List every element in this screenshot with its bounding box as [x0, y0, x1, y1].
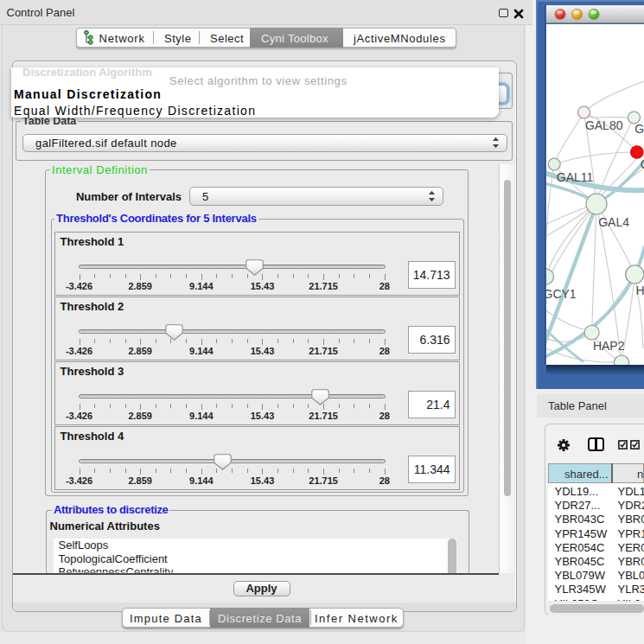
svg-text:GAL4: GAL4: [598, 215, 629, 229]
svg-text:GA: GA: [634, 122, 644, 136]
svg-text:CY: CY: [640, 157, 644, 171]
svg-text:HAP2: HAP2: [592, 339, 624, 353]
svg-text:H: H: [635, 284, 644, 297]
svg-text:GAL80: GAL80: [584, 118, 622, 132]
svg-text:GCY1: GCY1: [546, 287, 577, 301]
svg-text:GAL11: GAL11: [556, 170, 593, 184]
